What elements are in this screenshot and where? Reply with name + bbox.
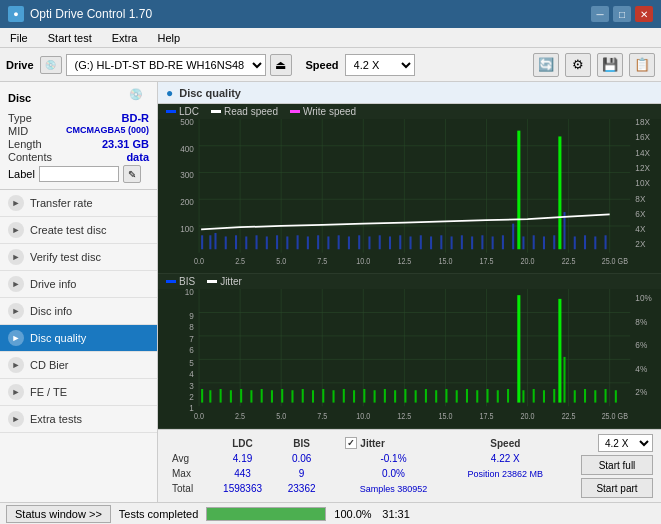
svg-rect-147 xyxy=(415,390,417,402)
eject-button[interactable]: ⏏ xyxy=(270,54,292,76)
stats-table-wrap: LDC BIS ✓ Jitter Speed xyxy=(166,434,565,497)
stats-area: LDC BIS ✓ Jitter Speed xyxy=(158,429,661,502)
svg-text:500: 500 xyxy=(180,119,194,127)
svg-rect-59 xyxy=(379,235,381,249)
legend-write-speed: Write speed xyxy=(290,106,356,117)
menu-file[interactable]: File xyxy=(4,31,34,45)
svg-rect-61 xyxy=(399,235,401,249)
svg-rect-78 xyxy=(558,136,561,249)
menu-start-test[interactable]: Start test xyxy=(42,31,98,45)
close-button[interactable]: ✕ xyxy=(635,6,653,22)
svg-text:300: 300 xyxy=(180,170,194,181)
svg-text:16X: 16X xyxy=(635,131,650,142)
svg-text:3: 3 xyxy=(189,380,194,391)
transfer-rate-icon: ► xyxy=(8,195,24,211)
svg-text:7.5: 7.5 xyxy=(317,411,328,421)
refresh-button[interactable]: 🔄 xyxy=(533,53,559,77)
menu-extra[interactable]: Extra xyxy=(106,31,144,45)
start-part-button[interactable]: Start part xyxy=(581,478,653,498)
avg-jitter: -0.1% xyxy=(341,452,445,465)
quality-speed-select[interactable]: 4.2 X xyxy=(598,434,653,452)
svg-text:10: 10 xyxy=(185,289,194,297)
svg-text:9: 9 xyxy=(189,310,194,321)
col-bis: BIS xyxy=(277,436,326,450)
total-label: Total xyxy=(168,482,208,495)
svg-text:2X: 2X xyxy=(635,238,645,249)
svg-rect-131 xyxy=(250,390,252,402)
stats-avg-row: Avg 4.19 0.06 -0.1% 4.22 X xyxy=(168,452,563,465)
disc-panel: Disc 💿 Type BD-R MID CMCMAGBA5 (000) Len… xyxy=(0,82,157,190)
disc-info-label: Disc info xyxy=(30,305,72,317)
sidebar-item-fe-te[interactable]: ► FE / TE xyxy=(0,379,157,406)
bis-chart: BIS Jitter xyxy=(158,274,661,429)
svg-rect-67 xyxy=(461,235,463,249)
svg-text:0.0: 0.0 xyxy=(194,257,204,267)
max-ldc: 443 xyxy=(210,467,275,480)
svg-text:15.0: 15.0 xyxy=(438,257,452,267)
svg-rect-80 xyxy=(574,236,576,249)
svg-rect-84 xyxy=(158,289,661,425)
max-position: Position 23862 MB xyxy=(448,467,563,480)
col-speed-header: Speed xyxy=(448,436,563,450)
menu-help[interactable]: Help xyxy=(151,31,186,45)
sidebar-item-disc-quality[interactable]: ► Disc quality xyxy=(0,325,157,352)
svg-text:4: 4 xyxy=(189,368,194,379)
extra-tests-icon: ► xyxy=(8,411,24,427)
svg-rect-55 xyxy=(338,235,340,249)
svg-rect-82 xyxy=(594,236,596,249)
speed-select[interactable]: 4.2 X xyxy=(345,54,415,76)
svg-text:5.0: 5.0 xyxy=(276,257,286,267)
sidebar-item-verify-test[interactable]: ► Verify test disc xyxy=(0,244,157,271)
minimize-button[interactable]: ─ xyxy=(591,6,609,22)
save-button[interactable]: 📋 xyxy=(629,53,655,77)
label-edit-button[interactable]: ✎ xyxy=(123,165,141,183)
mid-value: CMCMAGBA5 (000) xyxy=(66,125,149,137)
sidebar-item-create-test[interactable]: ► Create test disc xyxy=(0,217,157,244)
sidebar-item-transfer-rate[interactable]: ► Transfer rate xyxy=(0,190,157,217)
burn-button[interactable]: 💾 xyxy=(597,53,623,77)
svg-text:6%: 6% xyxy=(635,340,647,351)
verify-test-icon: ► xyxy=(8,249,24,265)
sidebar-item-cd-bier[interactable]: ► CD Bier xyxy=(0,352,157,379)
maximize-button[interactable]: □ xyxy=(613,6,631,22)
start-full-button[interactable]: Start full xyxy=(581,455,653,475)
mid-label: MID xyxy=(8,125,28,137)
svg-rect-139 xyxy=(333,390,335,402)
svg-rect-54 xyxy=(327,236,329,249)
svg-rect-162 xyxy=(558,299,561,403)
samples-label: Samples xyxy=(360,484,395,494)
svg-rect-158 xyxy=(522,390,524,402)
fe-te-icon: ► xyxy=(8,384,24,400)
length-label: Length xyxy=(8,138,42,150)
sidebar-item-disc-info[interactable]: ► Disc info xyxy=(0,298,157,325)
svg-rect-138 xyxy=(322,389,324,403)
svg-text:8: 8 xyxy=(189,321,194,332)
svg-rect-165 xyxy=(584,389,586,403)
position-value: 23862 MB xyxy=(502,469,543,479)
svg-rect-58 xyxy=(368,236,370,249)
svg-rect-142 xyxy=(363,389,365,403)
status-window-button[interactable]: Status window >> xyxy=(6,505,111,523)
legend-jitter: Jitter xyxy=(207,276,242,287)
svg-rect-62 xyxy=(410,236,412,249)
svg-text:22.5: 22.5 xyxy=(562,257,576,267)
sidebar-item-extra-tests[interactable]: ► Extra tests xyxy=(0,406,157,433)
settings-button[interactable]: ⚙ xyxy=(565,53,591,77)
max-spacer xyxy=(328,467,339,480)
svg-text:20.0: 20.0 xyxy=(521,257,535,267)
samples-value: 380952 xyxy=(397,484,427,494)
svg-rect-168 xyxy=(615,390,617,402)
drive-select[interactable]: (G:) HL-DT-ST BD-RE WH16NS48 1.D3 xyxy=(66,54,266,76)
svg-rect-42 xyxy=(209,235,211,249)
svg-rect-41 xyxy=(201,235,203,249)
svg-rect-56 xyxy=(348,236,350,249)
verify-test-label: Verify test disc xyxy=(30,251,101,263)
extra-tests-label: Extra tests xyxy=(30,413,82,425)
sidebar-item-drive-info[interactable]: ► Drive info xyxy=(0,271,157,298)
label-input[interactable] xyxy=(39,166,119,182)
legend-ldc: LDC xyxy=(166,106,199,117)
svg-rect-68 xyxy=(471,236,473,249)
write-speed-legend-dot xyxy=(290,110,300,113)
jitter-checkbox[interactable]: ✓ xyxy=(345,437,357,449)
svg-text:10%: 10% xyxy=(635,293,651,304)
